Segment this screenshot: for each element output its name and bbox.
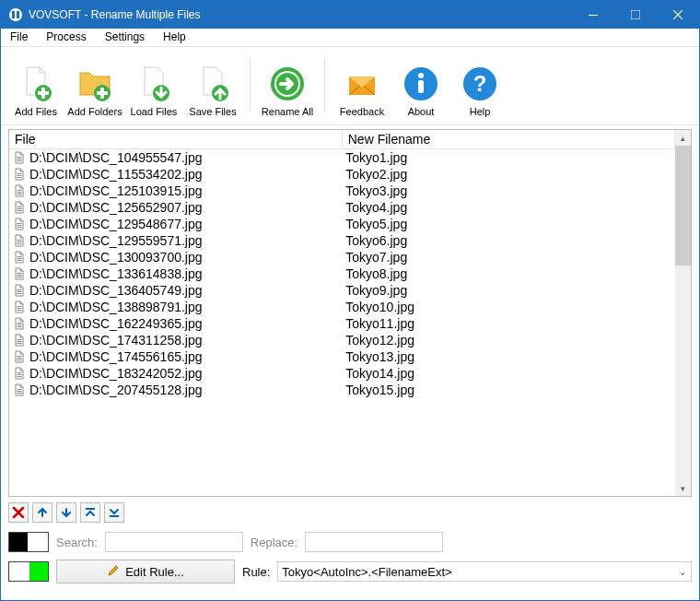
rename-all-button[interactable]: Rename All [258,51,317,119]
vertical-scrollbar[interactable]: ▴ ▾ [675,130,691,496]
file-list[interactable]: File New Filename D:\DCIM\DSC_104955547.… [9,130,675,496]
file-path: D:\DCIM\DSC_183242052.jpg [29,366,203,381]
file-icon [13,201,26,214]
scroll-up-button[interactable]: ▴ [675,130,691,146]
minimize-button[interactable] [572,1,614,29]
svg-rect-64 [18,393,22,394]
svg-rect-61 [18,376,22,377]
close-button[interactable] [657,1,699,29]
add-files-button[interactable]: Add Files [6,51,65,119]
table-row[interactable]: D:\DCIM\DSC_115534202.jpgTokyo2.jpg [9,166,675,183]
menu-process[interactable]: Process [37,29,95,46]
file-path: D:\DCIM\DSC_129559571.jpg [29,233,203,248]
file-icon [13,334,26,347]
move-up-button[interactable] [32,502,52,523]
move-top-button[interactable] [80,502,100,523]
table-row[interactable]: D:\DCIM\DSC_136405749.jpgTokyo9.jpg [9,282,675,299]
table-row[interactable]: D:\DCIM\DSC_162249365.jpgTokyo11.jpg [9,315,675,332]
search-input[interactable] [105,532,243,552]
menu-file[interactable]: File [1,29,37,46]
svg-rect-2 [631,10,640,19]
table-row[interactable]: D:\DCIM\DSC_183242052.jpgTokyo14.jpg [9,365,675,382]
arrow-right-icon [267,64,308,104]
file-icon [13,168,26,181]
rule-toggle[interactable] [8,561,49,582]
new-filename: Tokyo6.jpg [342,232,674,249]
scroll-down-button[interactable]: ▾ [675,480,691,496]
search-replace-panel: Search: Replace: [1,528,699,556]
toolbar-label: Help [470,106,491,117]
load-files-button[interactable]: Load Files [124,51,183,119]
svg-rect-17 [418,80,424,93]
svg-rect-34 [18,227,22,228]
file-path: D:\DCIM\DSC_125103915.jpg [29,183,203,198]
move-down-button[interactable] [56,502,76,523]
feedback-button[interactable]: Feedback [332,51,391,119]
search-replace-toggle[interactable] [8,532,49,552]
svg-rect-51 [18,324,22,325]
table-row[interactable]: D:\DCIM\DSC_207455128.jpgTokyo15.jpg [9,382,675,398]
edit-rule-button[interactable]: Edit Rule... [56,560,235,583]
new-filename: Tokyo1.jpg [342,149,674,167]
new-filename: Tokyo13.jpg [342,348,674,365]
svg-rect-27 [18,192,22,193]
table-row[interactable]: D:\DCIM\DSC_125103915.jpgTokyo3.jpg [9,183,675,199]
toolbar-label: About [408,106,435,117]
replace-input[interactable] [305,532,443,552]
about-button[interactable]: About [391,51,450,119]
file-icon [13,284,26,297]
file-list-panel: File New Filename D:\DCIM\DSC_104955547.… [8,129,692,497]
svg-rect-30 [18,208,22,209]
svg-rect-62 [18,389,22,390]
search-label: Search: [56,536,98,549]
new-filename: Tokyo14.jpg [342,365,674,382]
scroll-thumb[interactable] [675,146,691,265]
new-filename: Tokyo11.jpg [342,315,674,332]
help-button[interactable]: ? Help [450,51,509,119]
menu-help[interactable]: Help [154,29,195,46]
table-row[interactable]: D:\DCIM\DSC_129559571.jpgTokyo6.jpg [9,232,675,249]
new-filename: Tokyo9.jpg [342,282,674,299]
table-row[interactable]: D:\DCIM\DSC_125652907.jpgTokyo4.jpg [9,199,675,216]
svg-rect-31 [18,210,22,211]
file-up-icon [192,64,233,104]
svg-rect-59 [18,372,22,373]
menu-settings[interactable]: Settings [96,29,154,46]
rule-input[interactable] [277,561,692,582]
svg-rect-46 [18,293,22,294]
table-row[interactable]: D:\DCIM\DSC_104955547.jpgTokyo1.jpg [9,149,675,167]
new-filename: Tokyo10.jpg [342,299,674,315]
column-header-file[interactable]: File [9,130,342,149]
folder-plus-icon [75,64,115,104]
table-row[interactable]: D:\DCIM\DSC_174556165.jpgTokyo13.jpg [9,348,675,365]
maximize-button[interactable] [614,1,657,29]
svg-rect-57 [18,358,22,359]
svg-rect-50 [18,323,22,324]
toolbar-label: Add Folders [67,106,122,117]
add-folders-button[interactable]: Add Folders [65,51,124,119]
file-path: D:\DCIM\DSC_207455128.jpg [29,383,203,397]
save-files-button[interactable]: Save Files [183,51,242,119]
new-filename: Tokyo7.jpg [342,249,674,265]
table-row[interactable]: D:\DCIM\DSC_138898791.jpgTokyo10.jpg [9,299,675,315]
table-row[interactable]: D:\DCIM\DSC_133614838.jpgTokyo8.jpg [9,265,675,282]
table-row[interactable]: D:\DCIM\DSC_129548677.jpgTokyo5.jpg [9,216,675,232]
column-header-new-filename[interactable]: New Filename [342,130,674,149]
envelope-icon [342,64,382,104]
table-row[interactable]: D:\DCIM\DSC_130093700.jpgTokyo7.jpg [9,249,675,265]
file-path: D:\DCIM\DSC_174556165.jpg [29,349,203,364]
svg-rect-39 [18,258,22,259]
svg-rect-25 [18,177,22,178]
rule-label: Rule: [242,565,270,579]
toolbar-label: Save Files [189,106,236,117]
table-row[interactable]: D:\DCIM\DSC_174311258.jpgTokyo12.jpg [9,332,675,348]
file-icon [13,350,26,363]
new-filename: Tokyo8.jpg [342,265,674,282]
svg-rect-36 [18,242,22,242]
svg-rect-28 [18,194,22,194]
delete-row-button[interactable] [8,502,29,523]
move-bottom-button[interactable] [104,502,124,523]
info-icon [401,64,441,104]
replace-label: Replace: [251,536,298,549]
file-icon [13,383,26,396]
